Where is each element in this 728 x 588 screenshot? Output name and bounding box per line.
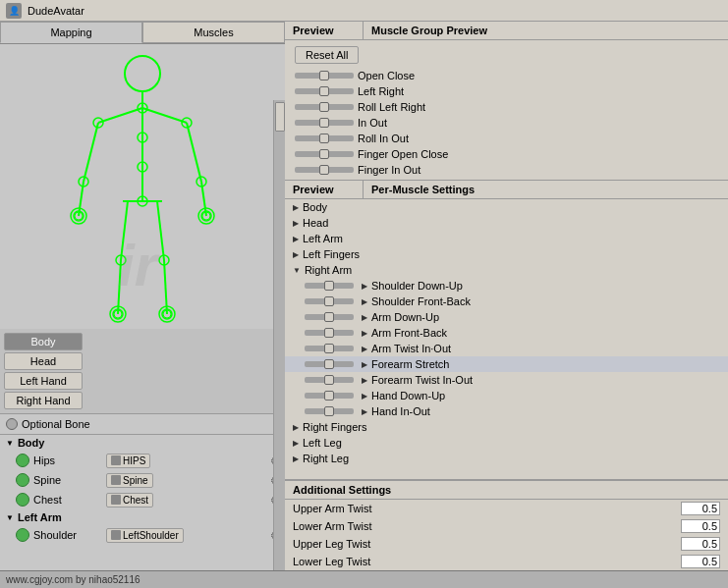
slider-track-6[interactable]: [295, 167, 354, 173]
add-value-llt[interactable]: 0.5: [681, 555, 720, 568]
slider-track-1[interactable]: [295, 88, 354, 94]
add-value-ult[interactable]: 0.5: [681, 537, 720, 551]
muscle-label-forearm-twist: Forearm Twist In-Out: [371, 374, 473, 386]
slider-track-2[interactable]: [295, 104, 354, 110]
slider-arm-twist[interactable]: [305, 346, 354, 351]
slider-thumb-ft[interactable]: [324, 375, 334, 385]
muscle-item-hand-down-up[interactable]: ▶ Hand Down-Up: [285, 388, 728, 403]
slider-arm-down-up[interactable]: [305, 314, 354, 320]
tri-ft: ▶: [362, 376, 367, 385]
muscle-label-body: Body: [303, 201, 327, 213]
bone-group-body[interactable]: ▼ Body: [0, 435, 285, 451]
tab-muscles[interactable]: Muscles: [142, 22, 285, 43]
slider-forearm-twist[interactable]: [305, 377, 354, 383]
slider-thumb-fs[interactable]: [324, 359, 334, 369]
bone-list[interactable]: ▼ Body Hips HIPS ⚙ Spine Spine ⚙: [0, 434, 285, 588]
slider-arm-front-back[interactable]: [305, 330, 354, 336]
slider-track-5[interactable]: [295, 151, 354, 157]
slider-thumb-1[interactable]: [319, 86, 329, 96]
body-btn-right-hand[interactable]: Right Hand: [4, 392, 83, 409]
bone-tag-icon-hips: [111, 455, 121, 465]
bone-group-left-arm[interactable]: ▼ Left Arm: [0, 509, 285, 525]
scrollbar-thumb[interactable]: [275, 102, 285, 132]
muscle-label-arm-front-back: Arm Front-Back: [371, 327, 447, 339]
muscle-item-left-fingers[interactable]: ▶ Left Fingers: [285, 246, 728, 262]
add-label-lat: Lower Arm Twist: [293, 520, 677, 532]
muscle-item-head[interactable]: ▶ Head: [285, 215, 728, 231]
tri-right-fingers: ▶: [293, 423, 299, 432]
tri-at: ▶: [362, 345, 367, 353]
bone-row-hips[interactable]: Hips HIPS ⚙: [0, 451, 285, 470]
muscle-item-left-leg[interactable]: ▶ Left Leg: [285, 435, 728, 451]
bone-tag-spine[interactable]: Spine: [106, 473, 153, 488]
tri-right-arm: ▼: [293, 266, 301, 275]
bone-tag-chest[interactable]: Chest: [106, 493, 153, 508]
bone-group-left-arm-label: Left Arm: [18, 511, 62, 523]
add-value-lat[interactable]: 0.5: [681, 519, 720, 533]
muscle-label-shoulder-front-back: Shoulder Front-Back: [371, 295, 471, 307]
slider-thumb-5[interactable]: [319, 149, 329, 159]
muscle-item-body[interactable]: ▶ Body: [285, 199, 728, 215]
slider-thumb-sfb[interactable]: [324, 296, 334, 306]
muscle-item-shoulder-front-back[interactable]: ▶ Shoulder Front-Back: [285, 294, 728, 309]
body-btn-left-hand[interactable]: Left Hand: [4, 372, 83, 390]
tri-head: ▶: [293, 219, 299, 228]
muscle-item-arm-twist[interactable]: ▶ Arm Twist In·Out: [285, 341, 728, 356]
muscle-pane-title: Preview: [285, 181, 364, 198]
slider-shoulder-down-up[interactable]: [305, 283, 354, 289]
svg-line-5: [84, 123, 98, 182]
muscle-item-right-leg[interactable]: ▶ Right Leg: [285, 451, 728, 466]
muscle-item-forearm-stretch[interactable]: ▶ Forearm Stretch: [285, 356, 728, 372]
slider-thumb-hio[interactable]: [324, 406, 334, 416]
slider-hand-down-up[interactable]: [305, 393, 354, 399]
slider-label-3: In Out: [358, 117, 387, 129]
slider-thumb-4[interactable]: [319, 134, 329, 143]
muscle-item-shoulder-down-up[interactable]: ▶ Shoulder Down-Up: [285, 278, 728, 294]
bone-row-spine[interactable]: Spine Spine ⚙: [0, 470, 285, 490]
muscle-item-forearm-twist[interactable]: ▶ Forearm Twist In-Out: [285, 372, 728, 388]
slider-thumb-afb[interactable]: [324, 328, 334, 338]
slider-track-4[interactable]: [295, 135, 354, 141]
slider-track-3[interactable]: [295, 120, 354, 126]
bone-tag-shoulder[interactable]: LeftShoulder: [106, 528, 184, 543]
body-btn-body[interactable]: Body: [4, 333, 83, 350]
slider-thumb-0[interactable]: [319, 71, 329, 80]
slider-thumb-3[interactable]: [319, 118, 329, 128]
muscle-item-right-arm[interactable]: ▼ Right Arm: [285, 262, 728, 278]
body-btn-head[interactable]: Head: [4, 352, 83, 370]
muscle-item-right-fingers[interactable]: ▶ Right Fingers: [285, 419, 728, 435]
slider-thumb-adu[interactable]: [324, 312, 334, 322]
slider-thumb-at[interactable]: [324, 344, 334, 353]
bone-tag-icon-spine: [111, 475, 121, 485]
slider-shoulder-front-back[interactable]: [305, 298, 354, 304]
svg-line-2: [98, 108, 142, 123]
slider-thumb-sdu[interactable]: [324, 281, 334, 291]
top-bar: 👤 DudeAvatar: [0, 0, 728, 22]
optional-bone-title: Optional Bone: [6, 418, 279, 430]
slider-thumb-2[interactable]: [319, 102, 329, 112]
bone-row-chest[interactable]: Chest Chest ⚙: [0, 490, 285, 509]
bone-tag-hips[interactable]: HIPS: [106, 454, 150, 468]
add-value-uat[interactable]: 0.5: [681, 502, 720, 515]
slider-track-0[interactable]: [295, 73, 354, 79]
bone-icon-spine: [16, 473, 29, 487]
tabs: Mapping Muscles: [0, 22, 285, 44]
muscle-label-forearm-stretch: Forearm Stretch: [371, 358, 449, 370]
slider-hand-in-out[interactable]: [305, 408, 354, 414]
muscle-item-left-arm[interactable]: ▶ Left Arm: [285, 231, 728, 246]
per-muscle-title: Per-Muscle Settings: [364, 181, 482, 198]
muscle-item-hand-in-out[interactable]: ▶ Hand In-Out: [285, 403, 728, 419]
tri-left-leg: ▶: [293, 439, 299, 448]
bone-icon-hips: [16, 454, 29, 467]
muscle-item-arm-down-up[interactable]: ▶ Arm Down-Up: [285, 309, 728, 325]
slider-thumb-hdu[interactable]: [324, 391, 334, 401]
slider-forearm-stretch[interactable]: [305, 361, 354, 367]
slider-open-close: Open Close: [289, 68, 724, 83]
bone-row-shoulder[interactable]: Shoulder LeftShoulder ⚙: [0, 525, 285, 545]
left-scrollbar[interactable]: [273, 100, 285, 588]
slider-thumb-6[interactable]: [319, 165, 329, 175]
tab-mapping[interactable]: Mapping: [0, 22, 142, 43]
reset-all-button[interactable]: Reset All: [295, 46, 359, 64]
muscle-section[interactable]: Preview Per-Muscle Settings ▶ Body ▶ Hea…: [285, 181, 728, 480]
muscle-item-arm-front-back[interactable]: ▶ Arm Front-Back: [285, 325, 728, 341]
